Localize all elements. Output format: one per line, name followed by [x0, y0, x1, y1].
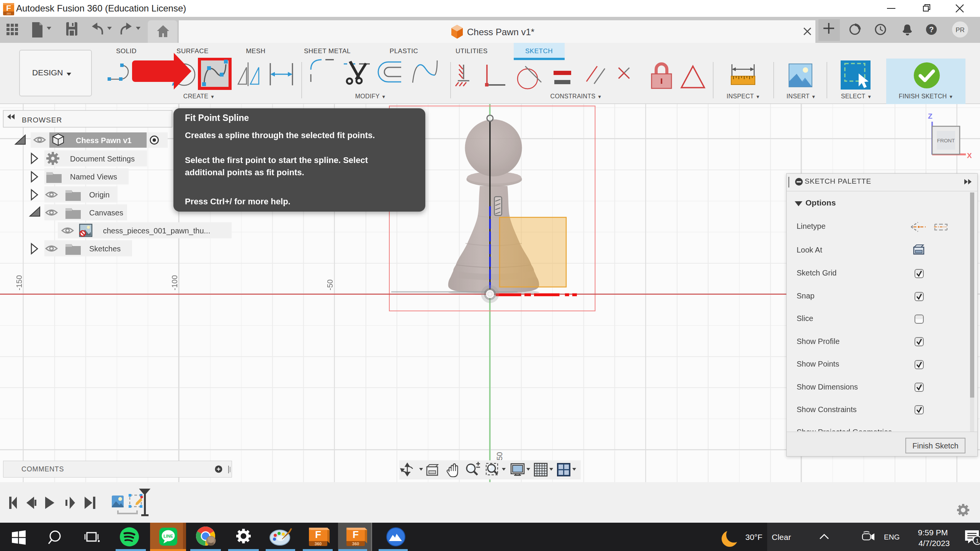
svg-text:BROWSER: BROWSER [22, 116, 62, 124]
svg-text:9:59 PM: 9:59 PM [918, 528, 948, 537]
svg-text:360: 360 [352, 541, 359, 546]
svg-text:-100: -100 [170, 275, 179, 290]
svg-text:PR: PR [956, 26, 965, 34]
svg-text:Z: Z [928, 112, 933, 120]
svg-text:FRONT: FRONT [937, 138, 955, 143]
svg-text:-150: -150 [15, 275, 23, 290]
svg-text:Document Settings: Document Settings [70, 155, 135, 163]
svg-text:4/7/2023: 4/7/2023 [918, 539, 950, 548]
svg-text:Clear: Clear [772, 533, 791, 541]
svg-text:Named Views: Named Views [70, 173, 117, 181]
svg-text:ENG: ENG [884, 533, 900, 541]
svg-text:X: X [967, 152, 972, 160]
svg-text:Chess Pawn v1: Chess Pawn v1 [76, 136, 132, 145]
svg-text:Sketches: Sketches [89, 245, 121, 253]
svg-text:Canvases: Canvases [89, 209, 123, 217]
svg-text:1: 1 [976, 537, 979, 544]
svg-text:F: F [6, 3, 11, 12]
svg-text:-50: -50 [326, 279, 334, 290]
svg-text:30°F: 30°F [745, 533, 763, 541]
svg-text:?: ? [929, 25, 934, 34]
svg-text:360: 360 [7, 12, 11, 15]
svg-text:chess_pieces_001_pawn_thu...: chess_pieces_001_pawn_thu... [103, 227, 210, 235]
svg-text:LINE: LINE [163, 534, 173, 538]
svg-text:F: F [353, 529, 359, 540]
svg-text:Origin: Origin [89, 191, 109, 199]
svg-text:360: 360 [315, 541, 322, 546]
svg-text:F: F [315, 529, 321, 540]
